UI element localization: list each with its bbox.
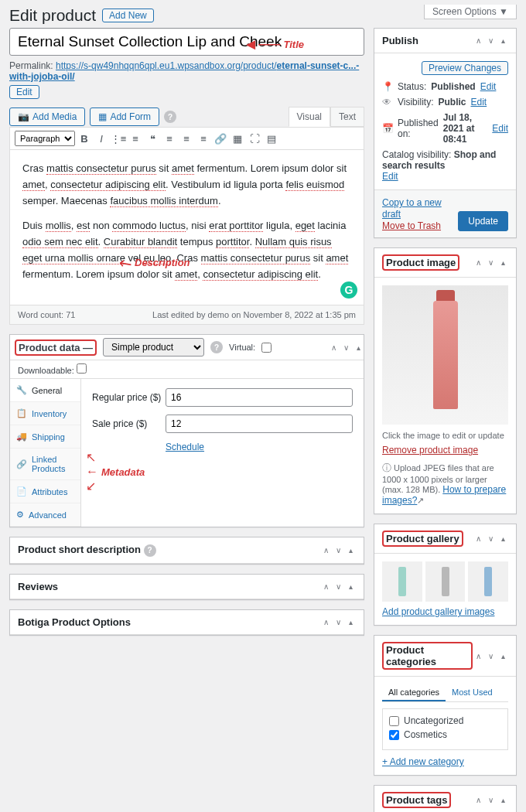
truck-icon: 🚚 bbox=[16, 432, 27, 442]
help-icon[interactable]: ? bbox=[144, 544, 156, 557]
tab-general[interactable]: 🔧General bbox=[10, 379, 80, 402]
copy-draft-link[interactable]: Copy to a new draft bbox=[382, 197, 442, 220]
product-tags-heading: Product tags bbox=[382, 792, 451, 808]
chevron-up-icon[interactable]: ∧ bbox=[320, 544, 331, 555]
add-new-button[interactable]: Add New bbox=[102, 9, 154, 22]
help-icon[interactable]: ? bbox=[210, 341, 223, 353]
tab-visual[interactable]: Visual bbox=[289, 107, 330, 127]
info-icon: ⓘ bbox=[382, 462, 391, 473]
chevron-down-icon[interactable]: ∨ bbox=[340, 342, 351, 353]
tab-most-used[interactable]: Most Used bbox=[446, 684, 499, 701]
chevron-down-icon[interactable]: ∨ bbox=[333, 544, 343, 555]
publish-heading: Publish bbox=[382, 35, 473, 46]
schedule-link[interactable]: Schedule bbox=[166, 442, 204, 452]
chevron-down-icon[interactable]: ∨ bbox=[485, 534, 496, 544]
chevron-down-icon[interactable]: ∨ bbox=[333, 616, 343, 627]
product-type-select[interactable]: Simple product bbox=[103, 338, 204, 357]
chevron-up-icon[interactable]: ∧ bbox=[473, 258, 483, 268]
toggle-icon[interactable]: ▴ bbox=[497, 36, 508, 46]
format-select[interactable]: Paragraph bbox=[15, 131, 75, 146]
ul-icon[interactable]: ⋮≡ bbox=[111, 131, 126, 146]
tab-shipping[interactable]: 🚚Shipping bbox=[10, 425, 80, 449]
add-category-link[interactable]: + Add new category bbox=[382, 756, 464, 767]
product-title-input[interactable] bbox=[9, 28, 364, 56]
pin-icon: 📍 bbox=[382, 81, 393, 92]
italic-icon[interactable]: I bbox=[94, 131, 109, 146]
tab-inventory[interactable]: 📋Inventory bbox=[10, 402, 80, 425]
screen-options[interactable]: Screen Options ▼ bbox=[424, 5, 517, 19]
short-desc-heading: Product short description ? bbox=[18, 544, 320, 557]
description-annotation: ↖ Description bbox=[118, 251, 190, 275]
wrench-icon: 🔧 bbox=[16, 385, 27, 395]
toolbar-toggle-icon[interactable]: ▤ bbox=[264, 131, 279, 146]
edit-status-link[interactable]: Edit bbox=[480, 81, 497, 92]
bold-icon[interactable]: B bbox=[77, 131, 92, 146]
add-media-button[interactable]: 📷 Add Media bbox=[9, 107, 85, 126]
toggle-icon[interactable]: ▴ bbox=[497, 258, 508, 268]
edit-date-link[interactable]: Edit bbox=[492, 123, 508, 134]
chevron-up-icon[interactable]: ∧ bbox=[320, 581, 331, 592]
preview-changes-button[interactable]: Preview Changes bbox=[422, 61, 508, 75]
tab-advanced[interactable]: ⚙Advanced bbox=[10, 503, 80, 527]
last-edited: Last edited by demo on November 8, 2022 … bbox=[152, 310, 356, 319]
toggle-icon[interactable]: ▴ bbox=[497, 650, 508, 661]
ol-icon[interactable]: ≡ bbox=[128, 131, 143, 146]
metadata-annotation: ↖←↙ Metadata bbox=[86, 450, 145, 493]
chevron-down-icon[interactable]: ∨ bbox=[485, 258, 496, 268]
gallery-thumb[interactable] bbox=[382, 561, 422, 602]
chevron-up-icon[interactable]: ∧ bbox=[473, 795, 483, 806]
chevron-up-icon[interactable]: ∧ bbox=[473, 36, 483, 46]
tab-attributes[interactable]: 📄Attributes bbox=[10, 480, 80, 503]
help-icon[interactable]: ? bbox=[164, 111, 176, 123]
chevron-down-icon[interactable]: ∨ bbox=[485, 36, 496, 46]
gallery-thumb[interactable] bbox=[468, 561, 508, 602]
add-gallery-link[interactable]: Add product gallery images bbox=[382, 606, 494, 617]
move-trash-link[interactable]: Move to Trash bbox=[382, 220, 441, 231]
align-left-icon[interactable]: ≡ bbox=[162, 131, 177, 146]
chevron-up-icon[interactable]: ∧ bbox=[320, 616, 331, 627]
chevron-up-icon[interactable]: ∧ bbox=[328, 342, 339, 353]
edit-slug-button[interactable]: Edit bbox=[9, 85, 39, 99]
toggle-icon[interactable]: ▴ bbox=[353, 342, 364, 353]
edit-catalog-link[interactable]: Edit bbox=[382, 171, 398, 182]
regular-price-input[interactable] bbox=[166, 388, 353, 407]
chevron-down-icon[interactable]: ∨ bbox=[485, 650, 496, 661]
add-form-button[interactable]: ▦ Add Form bbox=[90, 107, 159, 126]
permalink-url[interactable]: https://s-qw49nhqqn6qpl.eu1.wpsandbox.or… bbox=[9, 60, 359, 82]
tab-text[interactable]: Text bbox=[330, 107, 364, 127]
regular-price-label: Regular price ($) bbox=[92, 392, 166, 403]
product-data-label: Product data — bbox=[15, 339, 97, 356]
sale-price-input[interactable] bbox=[166, 415, 353, 433]
product-image-preview[interactable] bbox=[382, 285, 508, 425]
grammarly-icon[interactable]: G bbox=[340, 281, 357, 299]
more-icon[interactable]: ▦ bbox=[230, 131, 245, 146]
fullscreen-icon[interactable]: ⛶ bbox=[247, 131, 262, 146]
toggle-icon[interactable]: ▴ bbox=[497, 534, 508, 544]
chevron-down-icon[interactable]: ∨ bbox=[333, 581, 343, 592]
virtual-checkbox[interactable] bbox=[261, 343, 272, 353]
tab-all-categories[interactable]: All categories bbox=[382, 684, 446, 701]
quote-icon[interactable]: ❝ bbox=[145, 131, 160, 146]
chevron-down-icon[interactable]: ∨ bbox=[485, 795, 496, 806]
align-center-icon[interactable]: ≡ bbox=[179, 131, 194, 146]
cat-cosmetics-checkbox[interactable] bbox=[389, 730, 399, 740]
gear-icon: ⚙ bbox=[16, 510, 24, 520]
gallery-thumb[interactable] bbox=[425, 561, 466, 602]
tab-linked[interactable]: 🔗Linked Products bbox=[10, 449, 80, 480]
downloadable-checkbox[interactable] bbox=[77, 363, 87, 374]
update-button[interactable]: Update bbox=[458, 211, 508, 231]
eye-icon: 👁 bbox=[382, 97, 393, 107]
editor-content[interactable]: Cras mattis consectetur purus sit amet f… bbox=[10, 150, 364, 305]
toggle-icon[interactable]: ▴ bbox=[345, 616, 356, 627]
link-icon: 🔗 bbox=[16, 459, 27, 469]
toggle-icon[interactable]: ▴ bbox=[345, 544, 356, 555]
edit-visibility-link[interactable]: Edit bbox=[470, 97, 487, 107]
link-icon[interactable]: 🔗 bbox=[213, 131, 228, 146]
chevron-up-icon[interactable]: ∧ bbox=[473, 650, 483, 661]
toggle-icon[interactable]: ▴ bbox=[497, 795, 508, 806]
cat-uncategorized-checkbox[interactable] bbox=[389, 716, 399, 726]
chevron-up-icon[interactable]: ∧ bbox=[473, 534, 483, 544]
remove-image-link[interactable]: Remove product image bbox=[382, 445, 478, 455]
align-right-icon[interactable]: ≡ bbox=[196, 131, 211, 146]
toggle-icon[interactable]: ▴ bbox=[345, 581, 356, 592]
